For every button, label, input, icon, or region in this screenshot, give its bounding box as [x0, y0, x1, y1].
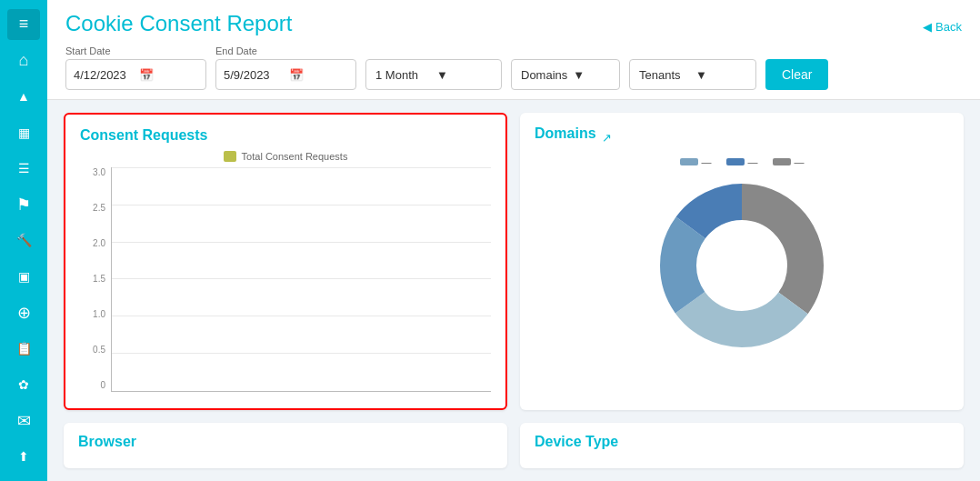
legend-item-2: — — [726, 156, 758, 167]
calendar-icon-start: 📅 — [139, 68, 199, 82]
start-date-value: 4/12/2023 — [74, 68, 134, 82]
end-date-field: End Date 5/9/2023 📅 — [215, 45, 356, 90]
grid-line-5 — [112, 316, 491, 316]
cookie-icon: ✿ — [18, 377, 29, 392]
tools-icon: 🔨 — [16, 233, 32, 247]
grid-line-3 — [112, 242, 491, 243]
end-date-value: 5/9/2023 — [224, 68, 284, 82]
reports-icon: 📋 — [16, 341, 32, 356]
legend-item-3: — — [773, 156, 805, 167]
tenants-dropdown-arrow: ▼ — [695, 68, 746, 82]
y-label-05: 0.5 — [80, 345, 109, 355]
legend-dot-3 — [773, 158, 791, 165]
menu-icon: ≡ — [19, 15, 29, 34]
sidebar-item-flag[interactable]: ⚑ — [7, 189, 40, 220]
y-label-2: 2.0 — [80, 238, 109, 248]
sidebar-item-tools[interactable]: 🔨 — [7, 225, 40, 256]
browser-card: Browser — [64, 423, 507, 468]
sidebar-item-home[interactable]: ⌂ — [7, 45, 40, 76]
support-icon: ⊕ — [17, 303, 31, 323]
grid-line-4 — [112, 278, 491, 279]
sidebar-item-list[interactable]: ☰ — [7, 153, 40, 184]
content-grid: Consent Requests Total Consent Requests … — [47, 100, 980, 481]
grid-icon: ▦ — [18, 125, 30, 140]
domains-title: Domains — [535, 125, 596, 142]
y-label-3: 3.0 — [80, 167, 109, 177]
donut-hole — [698, 222, 785, 309]
flag-icon: ⚑ — [16, 195, 31, 215]
y-label-0: 0 — [80, 380, 109, 390]
grid-lines — [112, 167, 491, 391]
period-dropdown[interactable]: 1 Month ▼ — [365, 59, 502, 90]
sidebar-item-reports[interactable]: 📋 — [7, 333, 40, 364]
list-icon: ☰ — [18, 161, 30, 175]
grid-line-6 — [112, 353, 491, 354]
sidebar-item-upload[interactable]: ⬆ — [7, 441, 40, 472]
period-dropdown-arrow: ▼ — [436, 68, 492, 82]
main-content: Cookie Consent Report ◀ Back Start Date … — [47, 0, 980, 481]
controls-row: Start Date 4/12/2023 📅 End Date 5/9/2023… — [65, 45, 962, 90]
tenants-value: Tenants — [639, 68, 690, 82]
upload-icon: ⬆ — [18, 449, 29, 464]
sidebar-item-cookie[interactable]: ✿ — [7, 369, 40, 400]
grid-line-base — [112, 390, 491, 391]
clear-button[interactable]: Clear — [765, 59, 828, 90]
domains-dropdown[interactable]: Domains ▼ — [511, 59, 620, 90]
legend-text-3: — — [795, 156, 805, 167]
mail-icon: ✉ — [17, 411, 31, 431]
start-date-field: Start Date 4/12/2023 📅 — [65, 45, 206, 90]
period-value: 1 Month — [375, 68, 431, 82]
legend-label: Total Consent Requests — [242, 151, 348, 162]
inbox-icon: ▣ — [18, 269, 30, 284]
legend-dot-1 — [680, 158, 698, 165]
chart-legend: Total Consent Requests — [80, 151, 491, 162]
legend-text-2: — — [748, 156, 758, 167]
legend-dot-2 — [726, 158, 745, 165]
donut-chart-wrap — [535, 175, 949, 356]
tenants-dropdown[interactable]: Tenants ▼ — [629, 59, 756, 90]
y-label-1: 1.0 — [80, 309, 109, 319]
end-date-input[interactable]: 5/9/2023 📅 — [215, 59, 356, 90]
sidebar-item-inbox[interactable]: ▣ — [7, 261, 40, 292]
start-date-label: Start Date — [65, 45, 206, 56]
consent-requests-title: Consent Requests — [80, 127, 491, 144]
page-title: Cookie Consent Report — [65, 11, 962, 36]
browser-title: Browser — [78, 434, 493, 450]
sidebar: ≡ ⌂ ▲ ▦ ☰ ⚑ 🔨 ▣ ⊕ 📋 ✿ ✉ ⬆ — [0, 0, 47, 481]
domains-dropdown-arrow: ▼ — [573, 68, 610, 82]
sidebar-item-support[interactable]: ⊕ — [7, 297, 40, 328]
calendar-icon-end: 📅 — [289, 68, 349, 82]
legend-text-1: — — [702, 156, 712, 167]
domains-value: Domains — [521, 68, 567, 82]
consent-requests-chart: Total Consent Requests 0 0.5 1.0 1.5 2.0… — [80, 151, 491, 392]
header: Cookie Consent Report ◀ Back Start Date … — [47, 0, 980, 100]
grid-line-1 — [112, 167, 491, 168]
end-date-label: End Date — [215, 45, 356, 56]
y-label-25: 2.5 — [80, 203, 109, 213]
back-link[interactable]: ◀ Back — [923, 20, 962, 34]
sidebar-item-mail[interactable]: ✉ — [7, 406, 40, 436]
domains-title-row: Domains ↗ — [535, 125, 949, 149]
sidebar-item-analytics[interactable]: ▲ — [7, 81, 40, 112]
grid-line-2 — [112, 205, 491, 205]
legend-color — [224, 151, 236, 162]
donut-legend: — — — — [535, 156, 949, 167]
bar-chart: 0 0.5 1.0 1.5 2.0 2.5 3.0 — [80, 167, 491, 392]
device-type-title: Device Type — [535, 434, 949, 450]
home-icon: ⌂ — [19, 51, 29, 70]
sidebar-item-grid[interactable]: ▦ — [7, 117, 40, 148]
chart-body — [111, 167, 491, 392]
start-date-input[interactable]: 4/12/2023 📅 — [65, 59, 206, 90]
device-type-card: Device Type — [520, 423, 964, 468]
sidebar-item-menu[interactable]: ≡ — [7, 9, 40, 40]
legend-item-1: — — [680, 156, 712, 167]
y-axis-labels: 0 0.5 1.0 1.5 2.0 2.5 3.0 — [80, 167, 109, 392]
external-link-icon[interactable]: ↗ — [602, 131, 612, 145]
domains-card: Domains ↗ — — — — [520, 113, 964, 410]
donut-chart-svg — [651, 175, 833, 356]
consent-requests-card: Consent Requests Total Consent Requests … — [64, 113, 507, 410]
analytics-icon: ▲ — [17, 89, 30, 104]
y-label-15: 1.5 — [80, 274, 109, 284]
